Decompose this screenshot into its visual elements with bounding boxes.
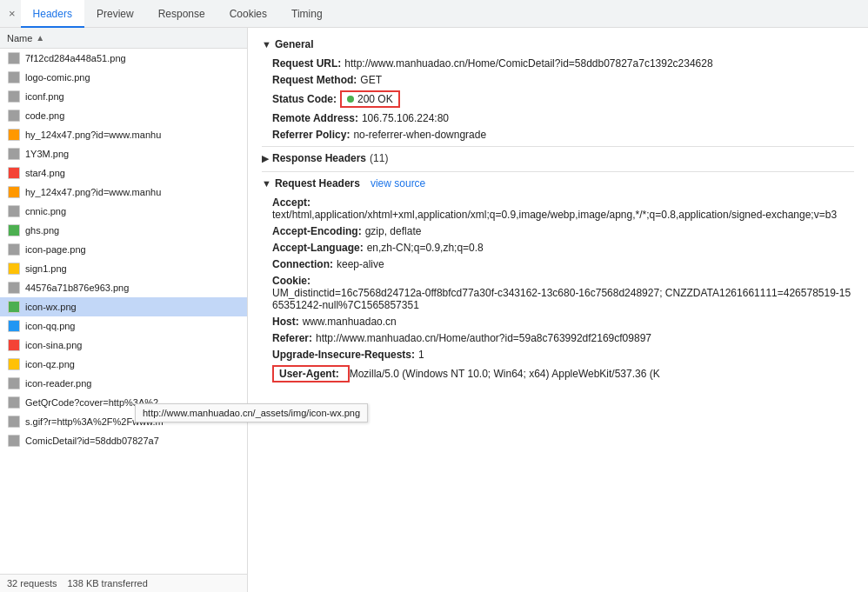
list-item[interactable]: star4.png <box>0 163 247 183</box>
list-item[interactable]: ghs.png <box>0 221 247 240</box>
request-headers-title: Request Headers <box>275 177 360 190</box>
file-name: icon-page.png <box>25 244 86 255</box>
file-name: icon-wx.png <box>25 302 77 312</box>
list-item[interactable]: icon-wx.png <box>0 297 247 316</box>
file-icon <box>7 357 21 371</box>
list-item[interactable]: 7f12cd284a448a51.png <box>0 49 247 68</box>
referrer-policy-row: Referrer Policy: no-referrer-when-downgr… <box>262 129 854 141</box>
response-headers-section-header: ▶ Response Headers (11) <box>262 152 854 164</box>
file-icon <box>7 338 21 352</box>
list-item[interactable]: icon-qz.png <box>0 355 247 374</box>
file-icon <box>7 319 21 333</box>
remote-address-row: Remote Address: 106.75.106.224:80 <box>262 112 854 124</box>
request-headers-section-header: ▼ Request Headers view source <box>262 177 854 190</box>
accept-encoding-row: Accept-Encoding: gzip, deflate <box>262 225 854 237</box>
list-item[interactable]: hy_124x47.png?id=www.manhu <box>0 183 247 202</box>
response-headers-count: (11) <box>370 152 388 164</box>
request-url-label: Request URL: <box>272 57 341 70</box>
host-value: www.manhuadao.cn <box>303 316 397 328</box>
file-list-panel: Name ▲ 7f12cd284a448a51.pnglogo-comic.pn… <box>0 28 248 592</box>
response-headers-toggle[interactable]: ▶ <box>262 153 269 164</box>
list-item[interactable]: icon-qq.png <box>0 316 247 336</box>
file-icon <box>7 90 21 103</box>
file-icon <box>7 243 21 256</box>
file-icon <box>7 109 21 123</box>
accept-language-value: en,zh-CN;q=0.9,zh;q=0.8 <box>367 242 484 254</box>
right-panel: ▼ General Request URL: http://www.manhua… <box>248 28 868 592</box>
list-item[interactable]: ComicDetail?id=58ddb07827a7 <box>0 431 247 450</box>
request-url-row: Request URL: http://www.manhuadao.cn/Hom… <box>262 57 854 70</box>
list-item[interactable]: icon-sina.png <box>0 336 247 355</box>
list-item[interactable]: logo-comic.png <box>0 68 247 87</box>
remote-address-value: 106.75.106.224:80 <box>362 112 449 124</box>
file-icon <box>7 281 21 295</box>
file-icon <box>7 166 21 180</box>
file-icon <box>7 204 21 218</box>
list-item[interactable]: 1Y3M.png <box>0 144 247 163</box>
tab-close[interactable]: × <box>3 0 21 28</box>
accept-encoding-value: gzip, deflate <box>365 225 422 237</box>
general-section-header: ▼ General <box>262 38 854 50</box>
sort-arrow-icon: ▲ <box>36 33 44 43</box>
host-row: Host: www.manhuadao.cn <box>262 316 854 328</box>
request-headers-toggle[interactable]: ▼ <box>262 178 271 189</box>
tab-response[interactable]: Response <box>146 0 217 28</box>
file-icon <box>7 396 21 409</box>
list-item[interactable]: icon-page.png <box>0 240 247 259</box>
file-icon <box>7 185 21 199</box>
list-item[interactable]: sign1.png <box>0 259 247 278</box>
file-icon <box>7 434 21 448</box>
view-source-link[interactable]: view source <box>371 177 425 190</box>
request-url-value: http://www.manhuadao.cn/Home/ComicDetail… <box>344 57 712 70</box>
file-name: hy_124x47.png?id=www.manhu <box>25 130 161 140</box>
list-item[interactable]: cnnic.png <box>0 202 247 221</box>
list-item[interactable]: 44576a71b876e963.png <box>0 278 247 297</box>
list-item[interactable]: iconf.png <box>0 87 247 106</box>
accept-language-label: Accept-Language: <box>272 242 364 254</box>
file-name: logo-comic.png <box>25 72 90 83</box>
tab-cookies[interactable]: Cookies <box>217 0 279 28</box>
connection-label: Connection: <box>272 258 333 270</box>
status-code-value: 200 OK <box>357 93 393 105</box>
file-list-header: Name ▲ <box>0 28 247 49</box>
file-icon <box>7 147 21 161</box>
file-icon <box>7 70 21 84</box>
file-icon <box>7 300 21 314</box>
user-agent-row: User-Agent: Mozilla/5.0 (Windows NT 10.0… <box>262 365 854 382</box>
file-icon <box>7 262 21 276</box>
file-icon <box>7 128 21 142</box>
main-content: Name ▲ 7f12cd284a448a51.pnglogo-comic.pn… <box>0 28 868 592</box>
remote-address-label: Remote Address: <box>272 112 358 124</box>
user-agent-label: User-Agent: <box>279 368 339 380</box>
file-name: 1Y3M.png <box>25 149 69 159</box>
file-icon <box>7 376 21 390</box>
user-agent-box: User-Agent: <box>272 365 350 382</box>
upgrade-insecure-value: 1 <box>418 349 424 361</box>
general-toggle[interactable]: ▼ <box>262 39 271 50</box>
list-item[interactable]: code.png <box>0 106 247 125</box>
accept-language-row: Accept-Language: en,zh-CN;q=0.9,zh;q=0.8 <box>262 242 854 254</box>
requests-count: 32 requests <box>7 578 57 589</box>
transferred-size: 138 KB transferred <box>67 578 147 589</box>
status-code-label: Status Code: <box>272 93 337 105</box>
referer-value: http://www.manhuadao.cn/Home/author?id=5… <box>316 332 651 344</box>
file-name: star4.png <box>25 168 65 178</box>
file-name: 44576a71b876e963.png <box>25 283 129 293</box>
referer-label: Referer: <box>272 332 312 344</box>
file-name: sign1.png <box>25 263 67 274</box>
request-method-row: Request Method: GET <box>262 74 854 86</box>
connection-row: Connection: keep-alive <box>262 258 854 270</box>
file-name: ghs.png <box>25 225 59 236</box>
status-dot-icon <box>347 96 354 103</box>
tab-preview[interactable]: Preview <box>84 0 146 28</box>
tab-headers[interactable]: Headers <box>21 0 84 28</box>
host-label: Host: <box>272 316 299 328</box>
list-item[interactable]: hy_124x47.png?id=www.manhu <box>0 125 247 144</box>
list-item[interactable]: icon-reader.png <box>0 374 247 393</box>
divider-2 <box>262 171 854 172</box>
tab-timing[interactable]: Timing <box>279 0 335 28</box>
accept-value: text/html,application/xhtml+xml,applicat… <box>272 209 837 221</box>
upgrade-insecure-label: Upgrade-Insecure-Requests: <box>272 349 415 361</box>
file-list[interactable]: 7f12cd284a448a51.pnglogo-comic.pngiconf.… <box>0 49 247 574</box>
file-name: icon-reader.png <box>25 378 91 389</box>
